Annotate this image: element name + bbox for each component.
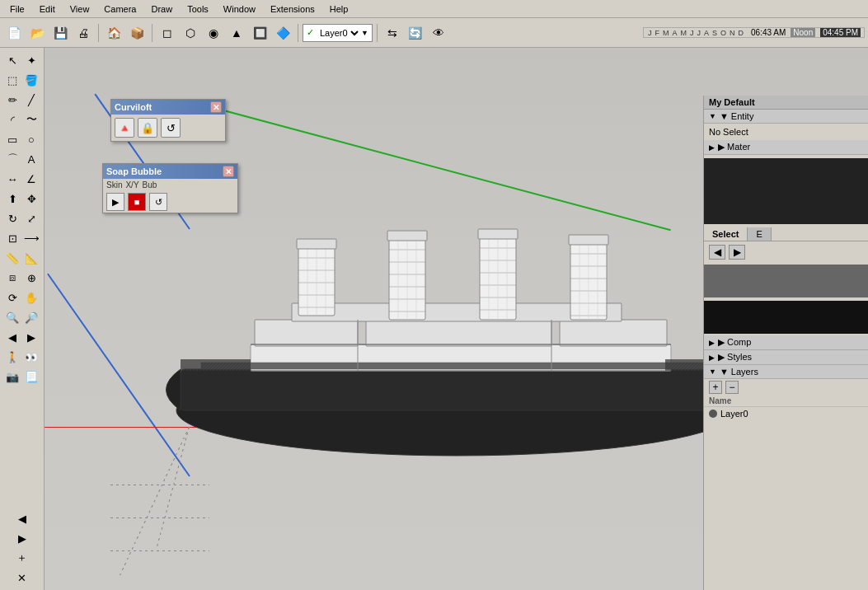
select-tool[interactable]: ↖ — [3, 51, 21, 69]
axes-tool[interactable]: ⊕ — [22, 269, 40, 287]
curviloft-close-button[interactable]: ✕ — [210, 101, 222, 113]
entity-info-header[interactable]: ▼ ▼ Entity — [704, 110, 868, 124]
section-tool[interactable]: ⧇ — [3, 269, 21, 287]
material-next-button[interactable]: ▶ — [729, 245, 745, 260]
shape3-button[interactable]: ◉ — [203, 22, 224, 44]
text-tool[interactable]: A — [22, 150, 40, 168]
menu-window[interactable]: Window — [217, 2, 262, 16]
soapbubble-reset-icon[interactable]: ↺ — [149, 193, 167, 211]
followme-tool[interactable]: ⟶ — [22, 229, 40, 247]
new-button[interactable]: 📄 — [3, 22, 25, 44]
dimension-tool[interactable]: ↔ — [3, 170, 21, 188]
menu-file[interactable]: File — [3, 2, 31, 16]
soapbubble-stop-icon[interactable]: ■ — [128, 193, 146, 211]
shape5-button[interactable]: 🔲 — [249, 22, 270, 44]
menu-tools[interactable]: Tools — [181, 2, 215, 16]
rect-tool[interactable]: ▭ — [3, 130, 21, 148]
page-del-btn[interactable]: ✕ — [13, 569, 31, 587]
curviloft-contour-icon[interactable]: ↺ — [161, 118, 181, 138]
soapbubble-tab-skin[interactable]: Skin — [106, 180, 122, 190]
month-a1: A — [671, 29, 678, 37]
print-button[interactable]: 🖨 — [73, 22, 94, 44]
protractor-tool[interactable]: 📐 — [22, 249, 40, 267]
save-button[interactable]: 💾 — [49, 22, 71, 44]
layer-remove-button[interactable]: − — [725, 381, 739, 394]
material-nav-arrows: ◀ ▶ — [704, 241, 868, 263]
orbit-button[interactable]: 🔄 — [405, 22, 426, 44]
page-add-btn[interactable]: ＋ — [13, 549, 31, 567]
zoom-window-tool[interactable]: 🔎 — [22, 308, 40, 326]
pencil-tool[interactable]: ✏ — [3, 91, 21, 109]
circle-tool[interactable]: ○ — [22, 130, 40, 148]
rotate-tool[interactable]: ↻ — [3, 209, 21, 227]
scale-tool[interactable]: ⤢ — [22, 209, 40, 227]
zoom-tool[interactable]: 🔍 — [3, 308, 21, 326]
menu-view[interactable]: View — [63, 2, 96, 16]
arc-tool[interactable]: ◜ — [3, 110, 21, 129]
orbit-tool[interactable]: ⟳ — [3, 288, 21, 307]
look-around-tool[interactable]: 👀 — [22, 348, 40, 366]
layer-dropdown[interactable]: Layer0 — [317, 27, 361, 39]
menu-edit[interactable]: Edit — [33, 2, 62, 16]
page-tool[interactable]: 📃 — [22, 368, 40, 386]
next-view-tool[interactable]: ▶ — [22, 328, 40, 346]
move-tool[interactable]: ✥ — [22, 190, 40, 208]
material-swatch-dark[interactable] — [704, 301, 868, 334]
nav-arrows-button[interactable]: ⇆ — [382, 22, 403, 44]
curviloft-skin-icon[interactable]: 🔒 — [138, 118, 157, 138]
layers-arrow: ▼ — [709, 368, 716, 376]
angle-tool[interactable]: ∠ — [22, 170, 40, 188]
layers-header[interactable]: ▼ ▼ Layers — [704, 365, 868, 379]
freehand-tool[interactable]: 〜 — [22, 110, 40, 129]
select-tool-2[interactable]: ✦ — [22, 51, 40, 69]
soapbubble-play-icon[interactable]: ▶ — [106, 193, 124, 211]
shape6-button[interactable]: 🔷 — [272, 22, 293, 44]
position-camera-tool[interactable]: 📷 — [3, 368, 21, 386]
pushpull-tool[interactable]: ⬆ — [3, 190, 21, 208]
menu-camera[interactable]: Camera — [97, 2, 143, 16]
material-header[interactable]: ▶ ▶ Mater — [704, 140, 868, 155]
open-button[interactable]: 📂 — [26, 22, 48, 44]
soapbubble-tab-xy[interactable]: X/Y — [125, 180, 138, 190]
curviloft-titlebar[interactable]: Curviloft ✕ — [111, 100, 225, 115]
menu-draw[interactable]: Draw — [144, 2, 179, 16]
menu-extensions[interactable]: Extensions — [264, 2, 321, 16]
prev-view-tool[interactable]: ◀ — [3, 328, 21, 346]
material-preview — [704, 158, 868, 224]
month-s: S — [711, 29, 718, 37]
shape1-button[interactable]: ◻ — [157, 22, 178, 44]
shape4-button[interactable]: ▲ — [226, 22, 247, 44]
layer-row-layer0[interactable]: Layer0 — [704, 407, 868, 420]
bezier-tool[interactable]: ⌒ — [3, 150, 21, 168]
curviloft-loft-icon[interactable]: 🔺 — [115, 118, 134, 138]
edit-tab[interactable]: E — [748, 227, 771, 241]
menu-help[interactable]: Help — [323, 2, 355, 16]
tape-tool[interactable]: 📏 — [3, 249, 21, 267]
paint-tool[interactable]: 🪣 — [22, 71, 40, 89]
menu-bar: File Edit View Camera Draw Tools Window … — [0, 0, 868, 18]
pan-tool[interactable]: ✋ — [22, 288, 40, 307]
soapbubble-titlebar[interactable]: Soap Bubble ✕ — [103, 164, 237, 179]
soapbubble-tab-bub[interactable]: Bub — [143, 180, 157, 190]
look-button[interactable]: 👁 — [428, 22, 449, 44]
soapbubble-close-button[interactable]: ✕ — [223, 166, 234, 177]
material-swatch-gray[interactable] — [704, 265, 868, 297]
shape2-button[interactable]: ⬡ — [180, 22, 201, 44]
grid-dot-h1 — [110, 485, 209, 485]
component-button[interactable]: 📦 — [126, 22, 148, 44]
line-tool[interactable]: ╱ — [22, 91, 40, 109]
page-prev-btn[interactable]: ◀ — [13, 509, 31, 527]
material-prev-button[interactable]: ◀ — [709, 245, 725, 260]
walk-tool[interactable]: 🚶 — [3, 348, 21, 366]
layer-add-button[interactable]: + — [709, 381, 722, 394]
layer-dropdown-arrow[interactable]: ▼ — [361, 29, 368, 37]
offset-tool[interactable]: ⊡ — [3, 229, 21, 247]
eraser-tool[interactable]: ⬚ — [3, 71, 21, 89]
svg-rect-4 — [366, 320, 551, 346]
home-button[interactable]: 🏠 — [103, 22, 124, 44]
page-next-btn[interactable]: ▶ — [13, 529, 31, 547]
styles-header[interactable]: ▶ ▶ Styles — [704, 350, 868, 365]
components-header[interactable]: ▶ ▶ Comp — [704, 335, 868, 350]
select-tab[interactable]: Select — [704, 227, 748, 241]
svg-rect-10 — [181, 359, 251, 371]
